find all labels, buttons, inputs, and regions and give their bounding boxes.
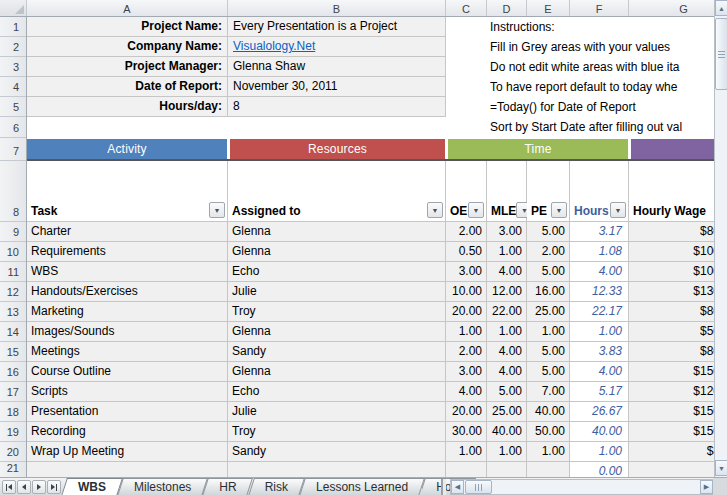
assigned-to-cell[interactable]: Glenna — [228, 242, 446, 262]
instruction-line[interactable]: Fill in Grey areas with your values — [490, 37, 714, 57]
hourly-wage-cell[interactable]: $100 — [629, 242, 714, 262]
company-name-label[interactable]: Company Name: — [27, 37, 228, 57]
hourly-wage-cell[interactable]: $80 — [629, 302, 714, 322]
sheet-tab[interactable]: Risk — [251, 478, 302, 495]
horizontal-scrollbar-thumb[interactable] — [465, 480, 492, 494]
row-header[interactable]: 20 — [0, 442, 26, 462]
pe-cell[interactable]: 5.00 — [527, 342, 570, 362]
company-link[interactable]: Visualology.Net — [233, 39, 315, 53]
row-header[interactable]: 3 — [0, 57, 26, 77]
task-cell[interactable]: Presentation — [27, 402, 228, 422]
previous-sheet-button[interactable] — [17, 480, 31, 494]
time-banner[interactable]: Time — [448, 139, 628, 159]
hours-per-day-value[interactable]: 8 — [228, 97, 446, 117]
oe-cell[interactable]: 30.00 — [446, 422, 487, 442]
mle-cell[interactable]: 40.00 — [487, 422, 527, 442]
row-header[interactable]: 11 — [0, 262, 26, 282]
mle-cell[interactable]: 25.00 — [487, 402, 527, 422]
hourly-wage-cell[interactable]: $50 — [629, 322, 714, 342]
scroll-down-button[interactable]: ▼ — [715, 460, 727, 476]
task-cell[interactable] — [27, 462, 228, 477]
task-cell[interactable]: Course Outline — [27, 362, 228, 382]
column-header-g[interactable]: G — [629, 0, 714, 17]
sheet-tab[interactable]: WBS — [64, 478, 120, 495]
project-name-label[interactable]: Project Name: — [27, 17, 228, 37]
assigned-to-header-cell[interactable]: Assigned to ▼ — [228, 161, 446, 222]
filter-dropdown-icon[interactable]: ▼ — [427, 202, 443, 218]
column-header-b[interactable]: B — [228, 0, 446, 17]
instruction-line[interactable]: Do not edit white areas with blue ita — [490, 57, 714, 77]
hours-cell[interactable]: 3.17 — [570, 222, 629, 242]
date-of-report-value[interactable]: November 30, 2011 — [228, 77, 446, 97]
oe-cell[interactable]: 1.00 — [446, 442, 487, 462]
assigned-to-cell[interactable]: Troy — [228, 302, 446, 322]
assigned-to-cell[interactable]: Sandy — [228, 342, 446, 362]
hours-cell[interactable]: 1.00 — [570, 442, 629, 462]
task-cell[interactable]: Marketing — [27, 302, 228, 322]
oe-cell[interactable] — [446, 462, 487, 477]
row-header[interactable]: 13 — [0, 302, 26, 322]
task-cell[interactable]: Scripts — [27, 382, 228, 402]
hours-cell[interactable]: 1.00 — [570, 322, 629, 342]
task-cell[interactable]: Wrap Up Meeting — [27, 442, 228, 462]
assigned-to-cell[interactable]: Sandy — [228, 442, 446, 462]
column-header-d[interactable]: D — [487, 0, 527, 17]
row-header[interactable]: 5 — [0, 97, 26, 117]
oe-cell[interactable]: 3.00 — [446, 262, 487, 282]
project-name-value[interactable]: Every Presentation is a Project — [228, 17, 446, 37]
pe-cell[interactable]: 40.00 — [527, 402, 570, 422]
row-header[interactable]: 16 — [0, 362, 26, 382]
row-header[interactable]: 17 — [0, 382, 26, 402]
pe-cell[interactable]: 2.00 — [527, 242, 570, 262]
assigned-to-cell[interactable]: Glenna — [228, 362, 446, 382]
row-header[interactable]: 8 — [0, 161, 26, 222]
hourly-wage-cell[interactable]: $150 — [629, 402, 714, 422]
mle-cell[interactable]: 1.00 — [487, 442, 527, 462]
oe-cell[interactable]: 2.00 — [446, 342, 487, 362]
task-cell[interactable]: WBS — [27, 262, 228, 282]
assigned-to-cell[interactable]: Glenna — [228, 322, 446, 342]
pe-cell[interactable]: 5.00 — [527, 262, 570, 282]
task-cell[interactable]: Handouts/Exercises — [27, 282, 228, 302]
oe-cell[interactable]: 2.00 — [446, 222, 487, 242]
hours-cell[interactable]: 3.83 — [570, 342, 629, 362]
filter-dropdown-icon[interactable]: ▼ — [209, 202, 225, 218]
horizontal-scrollbar[interactable]: ◀ ▶ — [450, 479, 713, 495]
hourly-wage-header-cell[interactable]: Hourly Wage — [629, 161, 714, 222]
mle-cell[interactable] — [487, 462, 527, 477]
hours-cell[interactable]: 1.08 — [570, 242, 629, 262]
row-header[interactable]: 18 — [0, 402, 26, 422]
next-sheet-button[interactable] — [32, 480, 46, 494]
instruction-line[interactable]: To have report default to today whe — [490, 77, 714, 97]
oe-cell[interactable]: 20.00 — [446, 402, 487, 422]
mle-cell[interactable]: 4.00 — [487, 262, 527, 282]
column-header-c[interactable]: C — [446, 0, 487, 17]
pe-cell[interactable] — [527, 462, 570, 477]
row-header[interactable]: 19 — [0, 422, 26, 442]
filter-dropdown-icon[interactable]: ▼ — [610, 202, 626, 218]
project-manager-label[interactable]: Project Manager: — [27, 57, 228, 77]
mle-cell[interactable]: 1.00 — [487, 322, 527, 342]
column-header-a[interactable]: A — [27, 0, 228, 17]
filter-dropdown-icon[interactable]: ▼ — [468, 202, 484, 218]
hourly-wage-cell[interactable]: $130 — [629, 282, 714, 302]
pe-cell[interactable]: 7.00 — [527, 382, 570, 402]
tab-split-handle[interactable] — [441, 479, 446, 495]
row-header[interactable]: 4 — [0, 77, 26, 97]
first-sheet-button[interactable] — [2, 480, 16, 494]
resources-banner[interactable]: Resources — [230, 139, 445, 159]
hourly-wage-cell[interactable]: $150 — [629, 362, 714, 382]
hours-cell[interactable]: 4.00 — [570, 262, 629, 282]
hourly-wage-cell[interactable]: $100 — [629, 262, 714, 282]
row-header[interactable]: 21 — [0, 462, 26, 477]
row-header[interactable]: 9 — [0, 222, 26, 242]
mle-cell[interactable]: 5.00 — [487, 382, 527, 402]
hours-cell[interactable]: 5.17 — [570, 382, 629, 402]
hourly-wage-cell[interactable] — [629, 462, 714, 477]
pe-header-cell[interactable]: PE ▼ — [527, 161, 570, 222]
pe-cell[interactable]: 16.00 — [527, 282, 570, 302]
row-header[interactable]: 2 — [0, 37, 26, 57]
vertical-scrollbar-thumb[interactable] — [715, 18, 727, 90]
hours-cell[interactable]: 4.00 — [570, 362, 629, 382]
assigned-to-cell[interactable]: Echo — [228, 262, 446, 282]
